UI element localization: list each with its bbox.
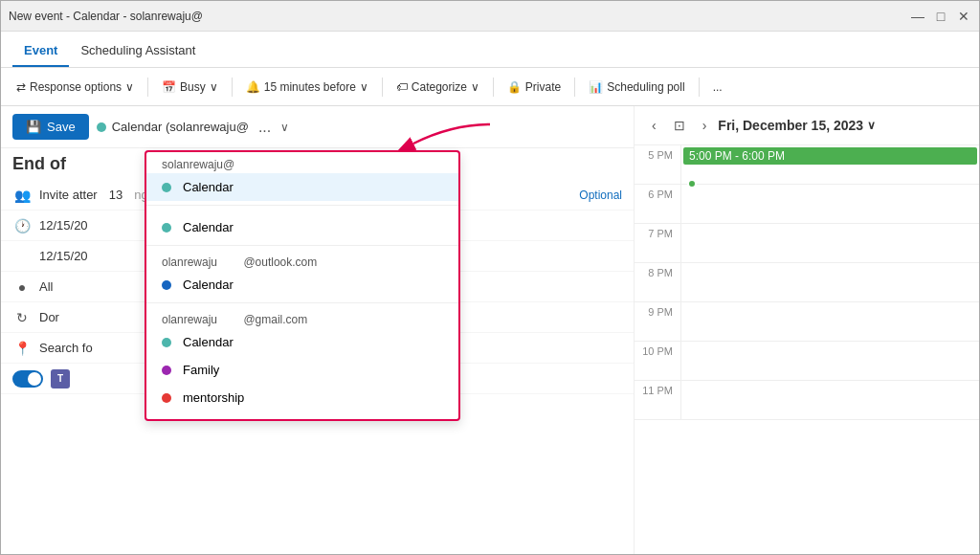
reminder-button[interactable]: 🔔 15 minutes before ∨ [238, 77, 376, 98]
right-panel: ‹ ⊡ › Fri, December 15, 2023 ∨ 5 PM 5:00… [635, 106, 979, 554]
busy-button[interactable]: 📅 Busy ∨ [154, 77, 226, 98]
account-3-label: olanrewaju @outlook.com [146, 250, 458, 271]
private-icon: 🔒 [507, 80, 522, 94]
time-slot-7pm: 7 PM [635, 224, 979, 263]
slot-7pm [680, 224, 979, 262]
start-date[interactable]: 12/15/20 [39, 218, 88, 233]
calendar-dropdown: solanrewaju@ Calendar Calendar olanrewaj… [145, 150, 460, 421]
calendar-name-4: Calendar [183, 335, 234, 349]
attendee-count: 13 [109, 188, 122, 202]
calendar-item-1[interactable]: Calendar [146, 173, 458, 201]
calendar-item-4[interactable]: Calendar [146, 328, 458, 356]
time-slot-9pm: 9 PM [635, 302, 979, 342]
time-label-6pm: 6 PM [635, 185, 680, 200]
slot-10pm [680, 342, 979, 380]
divider-6 [699, 78, 700, 97]
time-label-10pm: 10 PM [635, 342, 680, 357]
save-button[interactable]: 💾 Save [12, 114, 89, 140]
attendees-label: Invite atter [39, 188, 98, 202]
slot-9pm [680, 302, 979, 341]
slot-8pm [680, 263, 979, 301]
optional-button[interactable]: Optional [579, 189, 622, 202]
attendees-icon: 👥 [12, 188, 32, 203]
calendar-item-3[interactable]: Calendar [146, 271, 458, 299]
time-label-11pm: 11 PM [635, 381, 680, 396]
mentorship-name: mentorship [183, 390, 244, 405]
time-slot-6pm: 6 PM [635, 185, 979, 224]
calendar-name-2: Calendar [183, 220, 234, 234]
today-icon: ⊡ [674, 118, 685, 133]
calendar-chevron-button[interactable]: ∨ [280, 121, 289, 134]
event-dot-5pm [687, 179, 697, 189]
mentorship-item[interactable]: mentorship [146, 384, 458, 411]
calendar-title: Fri, December 15, 2023 ∨ [718, 118, 876, 133]
minimize-button[interactable]: — [910, 9, 925, 24]
calendar-color-dot [97, 122, 106, 132]
calendar-body: 5 PM 5:00 PM - 6:00 PM 6 PM 7 PM [635, 145, 979, 554]
calendar-name-1: Calendar [183, 180, 234, 194]
time-label-9pm: 9 PM [635, 302, 680, 318]
busy-chevron-icon: ∨ [210, 80, 218, 94]
tab-event[interactable]: Event [12, 35, 69, 67]
private-button[interactable]: 🔒 Private [500, 77, 568, 98]
cal-next-button[interactable]: › [697, 116, 713, 135]
location-label: Search fo [39, 341, 93, 355]
calendar-item-2[interactable]: Calendar [146, 213, 458, 241]
family-dot [162, 366, 171, 375]
event-block-5pm[interactable]: 5:00 PM - 6:00 PM [683, 147, 977, 165]
divider-5 [574, 78, 575, 97]
location-icon: 📍 [12, 341, 32, 356]
end-date[interactable]: 12/15/20 [39, 249, 88, 263]
time-label-7pm: 7 PM [635, 224, 680, 239]
calendar-header: ‹ ⊡ › Fri, December 15, 2023 ∨ [635, 106, 979, 145]
main-content: 💾 Save Calendar (solanrewaju@ ... ∨ [1, 106, 979, 554]
family-item[interactable]: Family [146, 356, 458, 384]
separator-2 [146, 245, 458, 246]
cal-prev-button[interactable]: ‹ [646, 116, 662, 135]
time-slot-5pm: 5 PM 5:00 PM - 6:00 PM [635, 145, 979, 185]
window-controls: — □ ✕ [910, 9, 971, 24]
categorize-button[interactable]: 🏷 Categorize ∨ [389, 77, 487, 98]
poll-icon: 📊 [589, 80, 603, 94]
account-4-label: olanrewaju @gmail.com [146, 307, 458, 328]
slot-6pm [680, 185, 979, 223]
divider-2 [232, 78, 233, 97]
calendar-selector[interactable]: Calendar (solanrewaju@ ... ∨ [97, 119, 290, 136]
scheduling-poll-button[interactable]: 📊 Scheduling poll [581, 77, 692, 98]
response-chevron-icon: ∨ [125, 80, 134, 94]
calendar-dot-1 [162, 183, 171, 192]
calendar-dot-2 [162, 223, 171, 233]
save-row: 💾 Save Calendar (solanrewaju@ ... ∨ [1, 106, 634, 148]
divider-1 [147, 78, 148, 97]
categorize-chevron-icon: ∨ [471, 80, 479, 94]
title-bar: New event - Calendar - solanrewaju@ — □ … [1, 1, 979, 32]
all-day-label: All [39, 279, 53, 294]
account-1-label: solanrewaju@ [146, 152, 458, 173]
more-button[interactable]: ... [705, 77, 730, 98]
reminder-label: Dor [39, 310, 59, 324]
time-label-5pm: 5 PM [635, 145, 680, 161]
all-day-icon: ● [12, 279, 32, 295]
calendar-dot-3 [162, 280, 171, 290]
separator-1 [146, 205, 458, 206]
teams-toggle[interactable] [12, 370, 43, 388]
time-slot-8pm: 8 PM [635, 263, 979, 302]
family-name: Family [183, 363, 219, 377]
toggle-thumb [28, 372, 41, 386]
separator-3 [146, 302, 458, 303]
calendar-title-chevron[interactable]: ∨ [867, 119, 876, 132]
maximize-button[interactable]: □ [933, 9, 948, 24]
cal-today-button[interactable]: ⊡ [668, 116, 691, 135]
categorize-icon: 🏷 [396, 80, 408, 94]
calendar-more-button[interactable]: ... [255, 119, 275, 136]
teams-icon: T [51, 369, 70, 388]
response-options-button[interactable]: ⇄ Response options ∨ [9, 77, 142, 98]
tab-scheduling-assistant[interactable]: Scheduling Assistant [69, 35, 207, 67]
window-title: New event - Calendar - solanrewaju@ [9, 10, 203, 23]
calendar-dot-4 [162, 338, 171, 347]
reminder-chevron-icon: ∨ [360, 80, 368, 94]
busy-icon: 📅 [162, 80, 176, 94]
start-date-icon: 🕐 [12, 218, 32, 233]
close-button[interactable]: ✕ [956, 9, 971, 24]
app-window: New event - Calendar - solanrewaju@ — □ … [0, 0, 980, 555]
